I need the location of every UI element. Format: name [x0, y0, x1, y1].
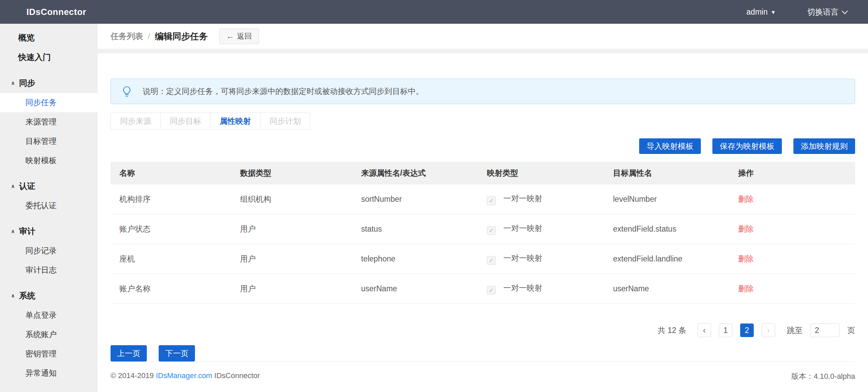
page-footer: © 2014-2019 IDsManager.com IDsConnector … — [111, 361, 855, 392]
cell-name: 座机 — [111, 244, 231, 274]
mapping-type-label: 一对一映射 — [503, 254, 542, 262]
sidebar-item-target-management[interactable]: 目标管理 — [0, 132, 98, 151]
caret-down-icon: ▾ — [772, 8, 775, 16]
copyright-text: © 2014-2019 — [111, 371, 154, 380]
column-header-actions: 操作 — [729, 162, 855, 184]
import-mapping-template-button[interactable]: 导入映射模板 — [639, 138, 701, 154]
sidebar-item-sso[interactable]: 单点登录 — [0, 306, 98, 325]
user-menu[interactable]: admin ▾ — [746, 7, 775, 17]
table-header-row: 名称 数据类型 来源属性名/表达式 映射类型 目标属性名 操作 — [111, 162, 855, 184]
cell-mapping-type: ✓ 一对一映射 — [478, 244, 604, 274]
page-title: 编辑同步任务 — [155, 31, 208, 42]
pagination-jump-input[interactable] — [810, 324, 840, 337]
cell-mapping-type: ✓ 一对一映射 — [478, 184, 604, 214]
chevron-up-icon: ∧ — [11, 228, 15, 234]
back-button-label: 返回 — [237, 31, 252, 41]
chevron-up-icon: ∧ — [11, 293, 15, 299]
lightbulb-icon — [120, 85, 133, 98]
cell-actions: 删除 — [729, 214, 855, 244]
cell-name: 账户状态 — [111, 214, 231, 244]
pager-buttons: 上一页 下一页 — [111, 345, 855, 361]
check-icon: ✓ — [489, 198, 494, 204]
cell-data-type: 用户 — [231, 214, 352, 244]
sidebar-item-delegated-auth[interactable]: 委托认证 — [0, 196, 98, 215]
one-to-one-checkbox: ✓ — [487, 196, 496, 205]
back-button[interactable]: ← 返回 — [219, 28, 259, 44]
sidebar-item-audit-logs[interactable]: 审计日志 — [0, 260, 98, 280]
cell-mapping-type: ✓ 一对一映射 — [478, 214, 604, 244]
cell-target-attr: userName — [604, 274, 729, 304]
sidebar-item-key-management[interactable]: 密钥管理 — [0, 344, 98, 364]
sidebar-item-mapping-templates[interactable]: 映射模板 — [0, 151, 98, 170]
content-divider — [98, 49, 868, 53]
toolbar: 导入映射模板 保存为映射模板 添加映射规则 — [111, 138, 855, 154]
sidebar-item-system-accounts[interactable]: 系统账户 — [0, 325, 98, 344]
table-row: 座机 用户 telephone ✓ 一对一映射 extendField.land… — [111, 244, 855, 274]
mapping-rules-table: 名称 数据类型 来源属性名/表达式 映射类型 目标属性名 操作 机构排序 组织机… — [111, 162, 855, 304]
app-root: IDsConnector admin ▾ 切换语言 概览 快速入门 ∧ 同步 同… — [0, 0, 868, 392]
tab-sync-target[interactable]: 同步目标 — [160, 113, 211, 130]
column-header-mapping-type: 映射类型 — [478, 162, 604, 184]
next-page-button[interactable]: 下一页 — [159, 345, 195, 361]
user-menu-label: admin — [746, 7, 768, 17]
pagination-prev-button[interactable]: ‹ — [697, 324, 711, 337]
language-menu-label: 切换语言 — [807, 7, 839, 17]
column-header-name: 名称 — [111, 162, 231, 184]
pagination-next-button[interactable]: › — [762, 324, 775, 337]
tab-bar: 同步来源 同步目标 属性映射 同步计划 — [111, 113, 855, 130]
delete-link[interactable]: 删除 — [738, 284, 754, 293]
sidebar-item-quickstart[interactable]: 快速入门 — [0, 47, 98, 67]
cell-mapping-type: ✓ 一对一映射 — [478, 274, 604, 304]
sidebar-item-exception-notice[interactable]: 异常通知 — [0, 364, 98, 383]
alert-text: 说明：定义同步任务，可将同步来源中的数据定时或被动接收方式同步到目标中。 — [143, 86, 423, 97]
cell-source-attr: telephone — [352, 244, 478, 274]
sidebar-section-label: 认证 — [19, 181, 35, 192]
version-label: 版本： — [791, 372, 814, 380]
sidebar-item-sync-records[interactable]: 同步记录 — [0, 241, 98, 260]
sidebar-section-label: 系统 — [19, 290, 35, 301]
product-name: IDsConnector — [214, 371, 260, 380]
pagination-total: 共 12 条 — [658, 325, 686, 336]
previous-page-button[interactable]: 上一页 — [111, 345, 147, 361]
cell-data-type: 用户 — [231, 244, 352, 274]
sidebar-section-label: 同步 — [19, 78, 35, 89]
sidebar-section-audit[interactable]: ∧ 审计 — [0, 221, 98, 241]
cell-actions: 删除 — [729, 184, 855, 214]
arrow-left-icon: ← — [226, 32, 234, 41]
delete-link[interactable]: 删除 — [738, 224, 754, 233]
delete-link[interactable]: 删除 — [738, 195, 754, 203]
idsmanager-link[interactable]: IDsManager.com — [156, 371, 212, 380]
breadcrumb: 任务列表 / 编辑同步任务 ← 返回 — [98, 24, 868, 49]
sidebar-section-sync[interactable]: ∧ 同步 — [0, 73, 98, 93]
language-menu[interactable]: 切换语言 — [807, 7, 847, 17]
sidebar-item-overview[interactable]: 概览 — [0, 28, 98, 47]
chevron-down-icon — [842, 8, 848, 14]
mapping-type-label: 一对一映射 — [503, 194, 542, 203]
tab-attribute-mapping[interactable]: 属性映射 — [210, 113, 260, 130]
pagination-page-1[interactable]: 1 — [719, 324, 732, 337]
table-row: 机构排序 组织机构 sortNumber ✓ 一对一映射 levelNumber… — [111, 184, 855, 214]
sidebar-section-auth[interactable]: ∧ 认证 — [0, 176, 98, 196]
add-mapping-rule-button[interactable]: 添加映射规则 — [793, 138, 855, 154]
pagination-page-suffix: 页 — [847, 325, 855, 336]
one-to-one-checkbox: ✓ — [487, 286, 496, 295]
column-header-target-attr: 目标属性名 — [604, 162, 729, 184]
sidebar: 概览 快速入门 ∧ 同步 同步任务 来源管理 目标管理 映射模板 ∧ 认证 委托… — [0, 24, 98, 392]
save-as-mapping-template-button[interactable]: 保存为映射模板 — [712, 138, 782, 154]
topbar: IDsConnector admin ▾ 切换语言 — [0, 0, 868, 24]
cell-actions: 删除 — [729, 274, 855, 304]
delete-link[interactable]: 删除 — [738, 254, 754, 263]
cell-source-attr: userName — [352, 274, 478, 304]
column-header-source-attr: 来源属性名/表达式 — [352, 162, 478, 184]
tab-sync-source[interactable]: 同步来源 — [111, 113, 161, 130]
cell-actions: 删除 — [729, 244, 855, 274]
tab-sync-schedule[interactable]: 同步计划 — [260, 113, 310, 130]
sidebar-item-sync-tasks[interactable]: 同步任务 — [0, 93, 98, 112]
cell-target-attr: extendField.status — [604, 214, 729, 244]
sidebar-item-source-management[interactable]: 来源管理 — [0, 112, 98, 132]
one-to-one-checkbox: ✓ — [487, 256, 496, 265]
cell-name: 机构排序 — [111, 184, 231, 214]
pagination-page-2[interactable]: 2 — [740, 324, 754, 337]
sidebar-section-system[interactable]: ∧ 系统 — [0, 286, 98, 306]
breadcrumb-parent[interactable]: 任务列表 — [111, 31, 143, 42]
